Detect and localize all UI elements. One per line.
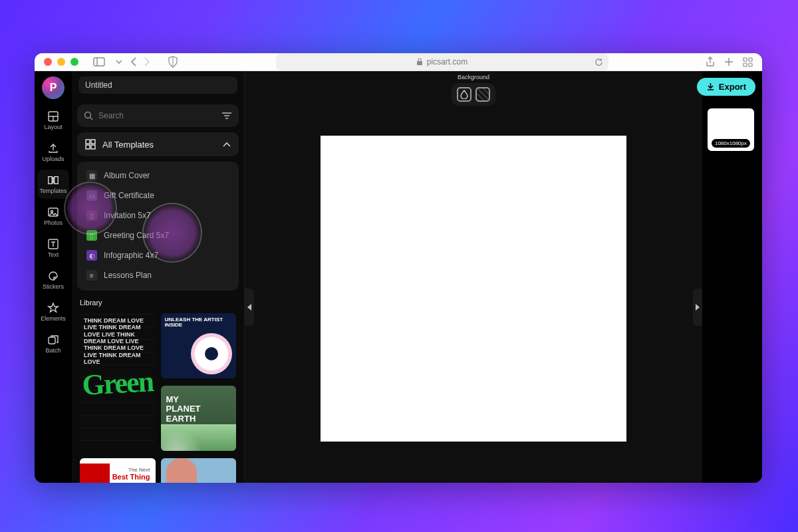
category-icon: ▯ [86,230,97,241]
rail-stickers[interactable]: Stickers [37,265,69,295]
background-label: Background [458,74,489,80]
donut-illustration [191,333,232,374]
category-infographic[interactable]: ◐Infographic 4x7 [80,245,236,265]
svg-rect-8 [749,63,752,66]
category-icon: ≡ [86,270,97,281]
rail-text[interactable]: Text [37,233,69,263]
category-icon: ◐ [86,250,97,261]
rail-photos[interactable]: Photos [37,201,69,231]
grid-icon [85,139,96,150]
panel-collapse-left[interactable] [245,289,254,326]
person-illustration [166,458,197,483]
drop-icon [460,90,468,99]
search-input[interactable] [98,111,216,120]
svg-point-17 [85,112,91,118]
lock-icon [416,58,423,66]
refresh-icon[interactable] [595,58,603,66]
rail-label: Uploads [42,156,64,162]
text-icon [47,238,59,250]
svg-rect-2 [417,61,422,65]
category-invitation[interactable]: ▯Invitation 5x7 [80,205,236,225]
svg-rect-25 [91,145,95,149]
svg-rect-0 [94,58,104,66]
rail-batch[interactable]: Batch [37,329,69,358]
new-tab-icon[interactable] [724,57,733,67]
template-thumb[interactable]: The Next Best Thing VISIT OUR SALON [80,458,156,483]
svg-rect-22 [86,140,90,144]
template-thumb[interactable]: THINK DREAM LOVE LIVE THINK DREAM LOVE L… [80,313,156,453]
category-label: Gift Certificate [104,191,154,200]
design-canvas[interactable] [321,136,626,442]
privacy-shield-icon[interactable] [168,56,178,68]
rail-label: Layout [44,124,62,130]
category-gift-certificate[interactable]: ▭Gift Certificate [80,186,236,205]
export-label: Export [719,82,746,92]
canvas-area: Background [245,71,702,483]
template-thumb[interactable]: NEW SEASON [161,458,237,483]
address-bar[interactable]: picsart.com [276,53,608,70]
rail-label: Photos [44,219,63,226]
search-field[interactable] [77,104,239,127]
address-bar-host: picsart.com [427,57,467,66]
thumb-title: MY PLANET EARTH [166,395,201,424]
stickers-icon [47,270,59,282]
app-logo[interactable]: P [42,76,65,99]
export-button[interactable]: Export [697,78,755,96]
svg-rect-7 [743,63,747,66]
chevron-down-icon[interactable] [116,60,122,64]
background-color-chip[interactable] [457,87,471,102]
category-label: Lessons Plan [104,271,152,280]
window-controls [44,58,78,66]
filter-icon[interactable] [221,112,232,120]
search-icon [84,111,93,120]
template-library: THINK DREAM LOVE LIVE THINK DREAM LOVE L… [77,312,239,483]
background-control: Background [452,74,495,106]
svg-rect-23 [91,140,95,144]
rail-layout[interactable]: Layout [37,106,69,135]
grass-illustration [161,424,237,451]
svg-rect-6 [749,58,752,61]
templates-icon [47,174,59,186]
category-lessons-plan[interactable]: ≡Lessons Plan [80,265,236,285]
page-thumbnail[interactable]: 1080x1080px [708,108,754,151]
close-window-button[interactable] [44,58,52,66]
category-icon: ▯ [86,210,97,221]
rail-elements[interactable]: Elements [37,297,69,327]
photos-icon [47,206,59,218]
svg-line-18 [90,118,92,120]
nav-forward-button[interactable] [144,57,150,66]
panel-collapse-right[interactable] [693,289,702,326]
rail-label: Stickers [43,283,64,290]
rail-label: Text [48,251,59,258]
rail-uploads[interactable]: Uploads [37,138,69,167]
right-column: Export 1080x1080px [702,71,762,483]
templates-panel: All Templates ▦Album Cover ▭Gift Certifi… [72,71,245,483]
svg-marker-27 [696,304,700,311]
background-pattern-chip[interactable] [475,87,490,102]
all-templates-toggle[interactable]: All Templates [77,132,239,156]
category-label: Invitation 5x7 [104,211,151,220]
rail-label: Elements [41,315,66,322]
download-icon [706,82,715,91]
template-thumb[interactable]: UNLEASH THE ARTIST INSIDE [161,313,237,378]
tool-rail: P Layout Uploads Templates Photos Text [35,71,72,483]
share-icon[interactable] [706,57,715,67]
svg-marker-26 [247,304,251,311]
maximize-window-button[interactable] [70,58,78,66]
project-title-input[interactable] [78,76,237,94]
svg-rect-16 [49,337,55,344]
minimize-window-button[interactable] [57,58,65,66]
sidebar-toggle-button[interactable] [90,55,108,69]
category-label: Infographic 4x7 [104,251,158,260]
nav-back-button[interactable] [130,57,137,66]
template-thumb[interactable]: MY PLANET EARTH [161,386,237,451]
rail-templates[interactable]: Templates [37,170,69,199]
category-label: Greeting Card 5x7 [104,231,169,240]
tabs-overview-icon[interactable] [743,57,753,67]
layout-icon [47,110,59,122]
category-album-cover[interactable]: ▦Album Cover [80,166,236,186]
svg-marker-15 [49,303,58,312]
category-icon: ▭ [86,190,97,201]
category-greeting-card[interactable]: ▯Greeting Card 5x7 [80,225,236,245]
upload-icon [47,142,59,154]
